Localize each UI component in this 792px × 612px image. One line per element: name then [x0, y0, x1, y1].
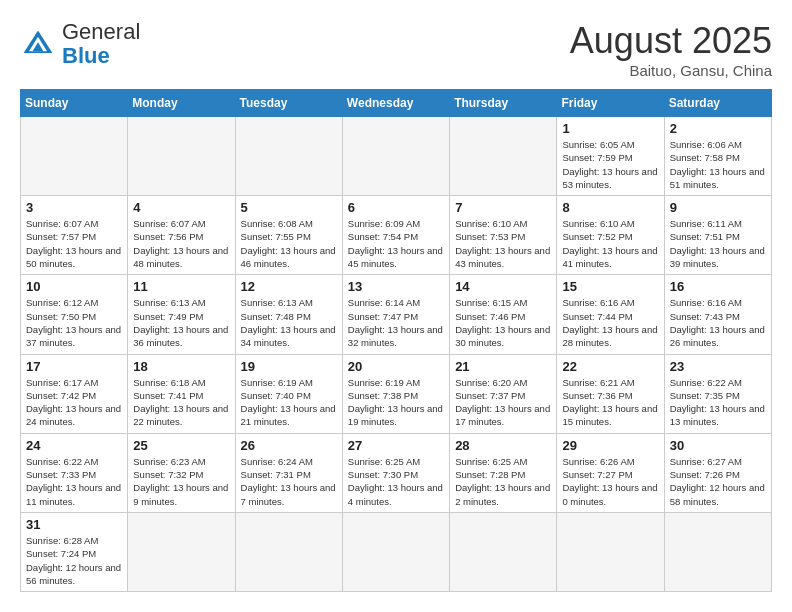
calendar-cell: 5Sunrise: 6:08 AM Sunset: 7:55 PM Daylig… [235, 196, 342, 275]
day-number: 13 [348, 279, 444, 294]
calendar-cell [664, 512, 771, 591]
day-info: Sunrise: 6:18 AM Sunset: 7:41 PM Dayligh… [133, 376, 229, 429]
day-number: 11 [133, 279, 229, 294]
weekday-header-tuesday: Tuesday [235, 90, 342, 117]
calendar-cell: 8Sunrise: 6:10 AM Sunset: 7:52 PM Daylig… [557, 196, 664, 275]
calendar-subtitle: Baituo, Gansu, China [570, 62, 772, 79]
day-info: Sunrise: 6:14 AM Sunset: 7:47 PM Dayligh… [348, 296, 444, 349]
calendar-cell [128, 512, 235, 591]
day-info: Sunrise: 6:24 AM Sunset: 7:31 PM Dayligh… [241, 455, 337, 508]
calendar-cell: 24Sunrise: 6:22 AM Sunset: 7:33 PM Dayli… [21, 433, 128, 512]
day-number: 16 [670, 279, 766, 294]
week-row-5: 24Sunrise: 6:22 AM Sunset: 7:33 PM Dayli… [21, 433, 772, 512]
calendar-cell [128, 117, 235, 196]
day-info: Sunrise: 6:22 AM Sunset: 7:35 PM Dayligh… [670, 376, 766, 429]
day-info: Sunrise: 6:10 AM Sunset: 7:52 PM Dayligh… [562, 217, 658, 270]
day-number: 17 [26, 359, 122, 374]
day-info: Sunrise: 6:13 AM Sunset: 7:48 PM Dayligh… [241, 296, 337, 349]
calendar-cell: 18Sunrise: 6:18 AM Sunset: 7:41 PM Dayli… [128, 354, 235, 433]
day-number: 3 [26, 200, 122, 215]
day-info: Sunrise: 6:10 AM Sunset: 7:53 PM Dayligh… [455, 217, 551, 270]
day-info: Sunrise: 6:07 AM Sunset: 7:56 PM Dayligh… [133, 217, 229, 270]
calendar-cell [342, 117, 449, 196]
day-number: 1 [562, 121, 658, 136]
day-info: Sunrise: 6:20 AM Sunset: 7:37 PM Dayligh… [455, 376, 551, 429]
calendar-cell: 10Sunrise: 6:12 AM Sunset: 7:50 PM Dayli… [21, 275, 128, 354]
day-info: Sunrise: 6:19 AM Sunset: 7:40 PM Dayligh… [241, 376, 337, 429]
calendar-cell: 17Sunrise: 6:17 AM Sunset: 7:42 PM Dayli… [21, 354, 128, 433]
calendar-cell: 9Sunrise: 6:11 AM Sunset: 7:51 PM Daylig… [664, 196, 771, 275]
calendar-cell: 30Sunrise: 6:27 AM Sunset: 7:26 PM Dayli… [664, 433, 771, 512]
day-number: 31 [26, 517, 122, 532]
day-info: Sunrise: 6:06 AM Sunset: 7:58 PM Dayligh… [670, 138, 766, 191]
day-number: 25 [133, 438, 229, 453]
calendar-cell [235, 512, 342, 591]
calendar-cell: 22Sunrise: 6:21 AM Sunset: 7:36 PM Dayli… [557, 354, 664, 433]
day-number: 21 [455, 359, 551, 374]
day-info: Sunrise: 6:15 AM Sunset: 7:46 PM Dayligh… [455, 296, 551, 349]
calendar-cell: 4Sunrise: 6:07 AM Sunset: 7:56 PM Daylig… [128, 196, 235, 275]
calendar-cell [450, 512, 557, 591]
day-number: 2 [670, 121, 766, 136]
week-row-2: 3Sunrise: 6:07 AM Sunset: 7:57 PM Daylig… [21, 196, 772, 275]
calendar-cell: 11Sunrise: 6:13 AM Sunset: 7:49 PM Dayli… [128, 275, 235, 354]
day-number: 15 [562, 279, 658, 294]
calendar-cell: 28Sunrise: 6:25 AM Sunset: 7:28 PM Dayli… [450, 433, 557, 512]
day-info: Sunrise: 6:25 AM Sunset: 7:28 PM Dayligh… [455, 455, 551, 508]
calendar-cell: 29Sunrise: 6:26 AM Sunset: 7:27 PM Dayli… [557, 433, 664, 512]
calendar-cell: 2Sunrise: 6:06 AM Sunset: 7:58 PM Daylig… [664, 117, 771, 196]
day-info: Sunrise: 6:21 AM Sunset: 7:36 PM Dayligh… [562, 376, 658, 429]
day-number: 7 [455, 200, 551, 215]
title-block: August 2025 Baituo, Gansu, China [570, 20, 772, 79]
day-info: Sunrise: 6:08 AM Sunset: 7:55 PM Dayligh… [241, 217, 337, 270]
calendar-cell: 14Sunrise: 6:15 AM Sunset: 7:46 PM Dayli… [450, 275, 557, 354]
day-info: Sunrise: 6:05 AM Sunset: 7:59 PM Dayligh… [562, 138, 658, 191]
calendar-cell: 20Sunrise: 6:19 AM Sunset: 7:38 PM Dayli… [342, 354, 449, 433]
day-info: Sunrise: 6:12 AM Sunset: 7:50 PM Dayligh… [26, 296, 122, 349]
calendar-cell: 25Sunrise: 6:23 AM Sunset: 7:32 PM Dayli… [128, 433, 235, 512]
calendar-cell: 26Sunrise: 6:24 AM Sunset: 7:31 PM Dayli… [235, 433, 342, 512]
week-row-3: 10Sunrise: 6:12 AM Sunset: 7:50 PM Dayli… [21, 275, 772, 354]
day-number: 5 [241, 200, 337, 215]
weekday-header-friday: Friday [557, 90, 664, 117]
week-row-1: 1Sunrise: 6:05 AM Sunset: 7:59 PM Daylig… [21, 117, 772, 196]
calendar-cell: 3Sunrise: 6:07 AM Sunset: 7:57 PM Daylig… [21, 196, 128, 275]
day-info: Sunrise: 6:28 AM Sunset: 7:24 PM Dayligh… [26, 534, 122, 587]
day-info: Sunrise: 6:16 AM Sunset: 7:44 PM Dayligh… [562, 296, 658, 349]
calendar-cell: 21Sunrise: 6:20 AM Sunset: 7:37 PM Dayli… [450, 354, 557, 433]
logo-icon [20, 26, 56, 62]
weekday-header-row: SundayMondayTuesdayWednesdayThursdayFrid… [21, 90, 772, 117]
day-number: 19 [241, 359, 337, 374]
day-number: 26 [241, 438, 337, 453]
day-info: Sunrise: 6:07 AM Sunset: 7:57 PM Dayligh… [26, 217, 122, 270]
calendar-cell [450, 117, 557, 196]
weekday-header-sunday: Sunday [21, 90, 128, 117]
logo-blue-text: Blue [62, 43, 110, 68]
day-info: Sunrise: 6:11 AM Sunset: 7:51 PM Dayligh… [670, 217, 766, 270]
day-number: 27 [348, 438, 444, 453]
day-info: Sunrise: 6:17 AM Sunset: 7:42 PM Dayligh… [26, 376, 122, 429]
weekday-header-saturday: Saturday [664, 90, 771, 117]
weekday-header-thursday: Thursday [450, 90, 557, 117]
day-info: Sunrise: 6:09 AM Sunset: 7:54 PM Dayligh… [348, 217, 444, 270]
calendar-cell: 6Sunrise: 6:09 AM Sunset: 7:54 PM Daylig… [342, 196, 449, 275]
calendar-cell: 19Sunrise: 6:19 AM Sunset: 7:40 PM Dayli… [235, 354, 342, 433]
calendar-cell [235, 117, 342, 196]
calendar-cell: 27Sunrise: 6:25 AM Sunset: 7:30 PM Dayli… [342, 433, 449, 512]
day-number: 8 [562, 200, 658, 215]
day-number: 20 [348, 359, 444, 374]
calendar-cell [21, 117, 128, 196]
day-number: 9 [670, 200, 766, 215]
day-number: 10 [26, 279, 122, 294]
day-info: Sunrise: 6:27 AM Sunset: 7:26 PM Dayligh… [670, 455, 766, 508]
logo-general-text: General [62, 19, 140, 44]
day-info: Sunrise: 6:23 AM Sunset: 7:32 PM Dayligh… [133, 455, 229, 508]
day-info: Sunrise: 6:25 AM Sunset: 7:30 PM Dayligh… [348, 455, 444, 508]
calendar-cell: 1Sunrise: 6:05 AM Sunset: 7:59 PM Daylig… [557, 117, 664, 196]
day-number: 6 [348, 200, 444, 215]
calendar-cell: 12Sunrise: 6:13 AM Sunset: 7:48 PM Dayli… [235, 275, 342, 354]
calendar-cell: 23Sunrise: 6:22 AM Sunset: 7:35 PM Dayli… [664, 354, 771, 433]
calendar-cell: 7Sunrise: 6:10 AM Sunset: 7:53 PM Daylig… [450, 196, 557, 275]
day-info: Sunrise: 6:13 AM Sunset: 7:49 PM Dayligh… [133, 296, 229, 349]
calendar-table: SundayMondayTuesdayWednesdayThursdayFrid… [20, 89, 772, 592]
